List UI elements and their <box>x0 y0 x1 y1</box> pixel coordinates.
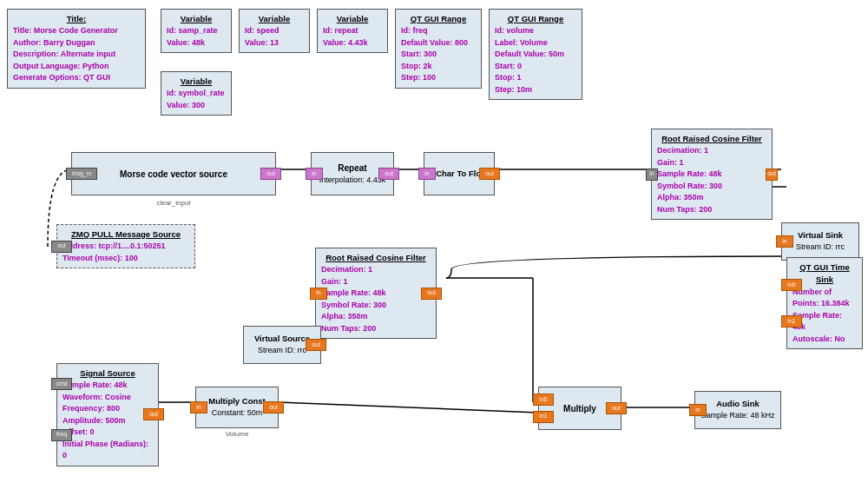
morse-port-out: out <box>260 168 281 180</box>
morse-src-block: Morse code vector source msg_in out clea… <box>71 152 276 195</box>
signal-port-cmd: cmd <box>51 378 72 390</box>
multiply-block: Multiply in0 in1 out <box>538 387 621 430</box>
options-title-row: Title: Morse Code Generator <box>13 25 140 37</box>
options-title: Title: <box>13 13 140 25</box>
multiply-port-in1: in1 <box>533 411 554 423</box>
virtual-sink-block: Virtual Sink Stream ID: rrc in <box>781 222 859 261</box>
uchar-port-out: out <box>479 168 500 180</box>
svg-line-11 <box>278 402 538 413</box>
repeat-block: Repeat Interpolation: 4.43k in out <box>311 152 394 195</box>
morse-port-msgin: msg_in <box>66 168 97 180</box>
mult-const-label: Volume <box>226 429 249 440</box>
morse-title: Morse code vector source <box>120 168 227 181</box>
audio-sink-block: Audio Sink Sample Rate: 48 kHz in <box>694 391 781 429</box>
var-speed-block: Variable Id: speed Value: 13 <box>239 9 310 53</box>
signal-port-freq: freq <box>51 429 72 441</box>
multiply-port-in0: in0 <box>533 394 554 406</box>
multiply-port-out: out <box>606 402 627 414</box>
repeat-port-in: in <box>306 168 323 180</box>
rrc-top-port-out: out <box>766 169 778 181</box>
uchar-port-in: in <box>418 168 436 180</box>
rrc-mid-port-out: out <box>421 288 442 300</box>
rrc-top-block: Root Raised Cosine Filter Decimation: 1 … <box>651 129 773 220</box>
audio-sink-port-in: in <box>689 404 707 416</box>
var-samp-block: Variable Id: samp_rate Value: 48k <box>161 9 232 53</box>
signal-src-block: Signal Source Sample Rate: 48k Waveform:… <box>56 363 159 466</box>
virtual-sink-port-in: in <box>776 235 793 248</box>
zmq-port-out: out <box>51 241 72 253</box>
options-block: Title: Title: Morse Code Generator Autho… <box>7 9 146 89</box>
virtual-src-block: Virtual Source Stream ID: rrc out <box>243 326 321 364</box>
zmq-pull-block: ZMQ PULL Message Source Address: tcp://1… <box>56 224 195 268</box>
rrc-mid-block: Root Raised Cosine Filter Decimation: 1 … <box>315 248 437 339</box>
var-repeat-block: Variable Id: repeat Value: 4.43k <box>317 9 388 53</box>
qt-time-port-in0: in0 <box>781 279 802 291</box>
morse-clear-label: clear_input <box>156 198 190 208</box>
virtual-src-port-out: out <box>306 339 326 351</box>
mult-const-port-in: in <box>190 401 207 414</box>
repeat-port-out: out <box>378 168 399 180</box>
qt-time-port-in1: in1 <box>781 315 802 328</box>
rrc-top-port-in: in <box>646 169 658 181</box>
rrc-mid-port-in: in <box>310 288 327 300</box>
qt-volume-block: QT GUI Range Id: volume Label: Volume De… <box>489 9 582 100</box>
qt-time-sink-block: QT GUI Time Sink Number of Points: 16.38… <box>786 257 863 349</box>
qt-freq-block: QT GUI Range Id: freq Default Value: 800… <box>395 9 482 89</box>
mult-const-port-out: out <box>263 401 284 414</box>
multiply-const-block: Multiply Const Constant: 50m in out Volu… <box>195 387 279 428</box>
uchar-block: UChar To Float in out <box>424 152 495 195</box>
signal-port-out: out <box>143 408 164 420</box>
var-symbol-block: Variable Id: symbol_rate Value: 300 <box>161 71 232 116</box>
